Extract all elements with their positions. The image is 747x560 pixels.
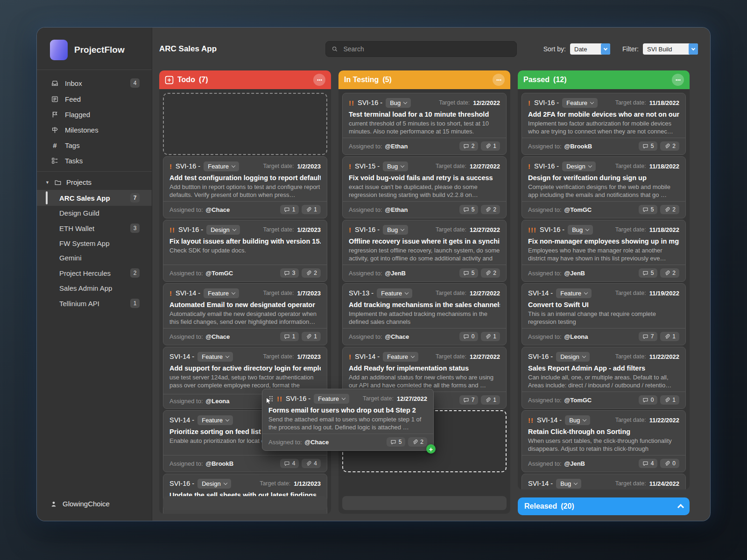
filter-select[interactable]: SVI Build xyxy=(643,43,698,55)
sidebar-project-sales-admin-app[interactable]: Sales Admin App xyxy=(37,281,152,295)
comments-pill[interactable]: 0 xyxy=(639,395,658,405)
task-card[interactable]: SVI-14 -FeatureTarget date:11/19/2022Con… xyxy=(521,283,686,345)
priority-flags: ! xyxy=(169,289,172,297)
attachments-pill[interactable]: 2 xyxy=(481,268,500,278)
task-card[interactable]: SVI-13 -FeatureTarget date:12/27/2022Add… xyxy=(342,283,507,345)
target-date-label: Target date: xyxy=(436,163,466,169)
comments-pill[interactable]: 1 xyxy=(280,205,299,214)
tag-dropdown[interactable]: Bug xyxy=(565,415,590,425)
attachments-pill[interactable]: 2 xyxy=(408,437,427,447)
task-card[interactable]: !SVI-16 -FeatureTarget date:11/18/2022Ad… xyxy=(521,93,686,155)
task-card[interactable]: !SVI-15 -BugTarget date:12/27/2022Fix vo… xyxy=(342,156,507,218)
tag-dropdown[interactable]: Feature xyxy=(377,288,412,298)
attachments-pill[interactable]: 1 xyxy=(302,332,321,341)
tag-dropdown[interactable]: Feature xyxy=(383,352,418,362)
comments-pill[interactable]: 5 xyxy=(639,141,658,151)
tag-dropdown[interactable]: Bug xyxy=(383,161,408,171)
sidebar-project-design-guild[interactable]: Design Guild xyxy=(37,206,152,220)
attachments-pill[interactable]: 0 xyxy=(660,459,679,468)
column-menu-button[interactable] xyxy=(313,74,325,86)
sidebar-item-inbox[interactable]: Inbox4 xyxy=(37,75,152,91)
tag-dropdown[interactable]: Feature xyxy=(314,394,349,404)
attachments-pill[interactable]: 2 xyxy=(660,268,679,278)
tag-dropdown[interactable]: Design xyxy=(556,352,589,362)
sidebar-project-project-hercules[interactable]: Project Hercules2 xyxy=(37,265,152,281)
sidebar-project-tellinium-api[interactable]: Tellinium API1 xyxy=(37,295,152,311)
sidebar-item-label: Tasks xyxy=(65,157,83,165)
sort-select[interactable]: Date xyxy=(570,43,610,55)
column-menu-button[interactable] xyxy=(672,74,684,86)
comments-pill[interactable]: 4 xyxy=(280,459,299,468)
comments-pill[interactable]: 3 xyxy=(280,268,299,278)
comments-pill[interactable]: 2 xyxy=(459,141,479,151)
user-account[interactable]: GlowingChoice xyxy=(37,492,152,521)
tag-dropdown[interactable]: Bug xyxy=(568,225,593,235)
add-card-button[interactable] xyxy=(165,76,174,84)
sidebar-project-eth-wallet[interactable]: ETH Wallet3 xyxy=(37,220,152,236)
comments-pill[interactable]: 5 xyxy=(459,268,479,278)
attachments-pill[interactable]: 1 xyxy=(481,141,500,151)
attachments-pill[interactable]: 1 xyxy=(481,395,500,405)
attachments-pill[interactable]: 2 xyxy=(302,268,321,278)
sidebar-nav: Inbox4FeedFlaggedMilestones#TagsTasks xyxy=(37,70,152,171)
comments-pill[interactable]: 5 xyxy=(639,205,658,214)
column-footer-strip[interactable] xyxy=(342,496,507,510)
search-bar[interactable] xyxy=(325,41,517,57)
sidebar-item-milestones[interactable]: Milestones xyxy=(37,122,152,138)
attachments-pill[interactable]: 4 xyxy=(302,459,321,468)
tag-dropdown[interactable]: Feature xyxy=(204,161,239,171)
tag-dropdown[interactable]: Design xyxy=(206,225,240,235)
sidebar-item-tags[interactable]: #Tags xyxy=(37,138,152,153)
task-card[interactable]: !!SVI-14 -BugTarget date:11/22/2022Retai… xyxy=(521,410,686,472)
tag-dropdown[interactable]: Bug xyxy=(383,225,408,235)
comments-pill[interactable]: 0 xyxy=(459,332,479,341)
attachments-pill[interactable]: 1 xyxy=(481,332,500,341)
task-card[interactable]: SVI-16 -DesignTarget date:11/22/2022Sale… xyxy=(521,347,686,409)
dragged-task-card[interactable]: !!SVI-16 -FeatureTarget date:12/27/2022F… xyxy=(262,389,434,451)
released-section-header[interactable]: Released(20) xyxy=(518,497,690,515)
task-card[interactable]: SVI-14 -BugTarget date:11/24/2022 xyxy=(521,474,686,490)
search-input[interactable] xyxy=(342,45,511,53)
comments-pill[interactable]: 5 xyxy=(639,268,658,278)
sidebar-project-gemini[interactable]: Gemini xyxy=(37,251,152,265)
column-menu-button[interactable] xyxy=(493,74,505,86)
tag-dropdown[interactable]: Design xyxy=(562,161,595,171)
comments-pill[interactable]: 1 xyxy=(280,332,299,341)
sidebar-item-tasks[interactable]: Tasks xyxy=(37,153,152,168)
comments-pill[interactable]: 7 xyxy=(639,332,658,341)
tag-dropdown[interactable]: Feature xyxy=(197,352,233,362)
tag-dropdown[interactable]: Bug xyxy=(556,479,581,489)
tag-dropdown[interactable]: Feature xyxy=(556,288,592,298)
sidebar-project-arc-sales-app[interactable]: ARC Sales App7 xyxy=(37,190,152,206)
attachments-pill[interactable]: 1 xyxy=(660,395,679,405)
attachments-pill[interactable]: 1 xyxy=(660,332,679,341)
attachments-pill[interactable]: 2 xyxy=(660,205,679,214)
tag-dropdown[interactable]: Bug xyxy=(386,98,411,108)
task-card[interactable]: !SVI-14 -FeatureTarget date:1/7/2023Auto… xyxy=(163,283,327,345)
comments-pill[interactable]: 4 xyxy=(639,459,658,468)
projects-section-header[interactable]: ▼ Projects xyxy=(37,172,152,190)
sidebar-item-flagged[interactable]: Flagged xyxy=(37,107,152,122)
task-card[interactable]: !SVI-16 -DesignTarget date:11/18/2022Des… xyxy=(521,156,686,218)
tag-dropdown[interactable]: Design xyxy=(197,479,231,489)
tag-dropdown[interactable]: Feature xyxy=(197,415,233,425)
attachments-pill[interactable]: 2 xyxy=(660,141,679,151)
tag-dropdown[interactable]: Feature xyxy=(562,98,598,108)
comments-pill[interactable]: 5 xyxy=(459,205,479,214)
comments-pill[interactable]: 7 xyxy=(459,395,479,405)
column-header: Todo(7) xyxy=(159,70,331,89)
task-card[interactable]: !SVI-16 -BugTarget date:12/27/2022Offlin… xyxy=(342,220,507,282)
task-card[interactable]: !!SVI-16 -DesignTarget date:1/2/2023Fix … xyxy=(163,220,327,282)
sidebar-item-feed[interactable]: Feed xyxy=(37,91,152,107)
drop-placeholder[interactable] xyxy=(163,93,327,155)
attachments-pill[interactable]: 2 xyxy=(481,205,500,214)
attachments-pill[interactable]: 1 xyxy=(302,205,321,214)
column-footer-strip[interactable] xyxy=(163,496,327,510)
comments-pill[interactable]: 5 xyxy=(387,437,406,447)
sidebar-project-fw-system-app[interactable]: FW System App xyxy=(37,236,152,251)
sidebar: ProjectFlow Inbox4FeedFlaggedMilestones#… xyxy=(37,28,152,521)
task-card[interactable]: !!!SVI-16 -BugTarget date:11/18/2022Fix … xyxy=(521,220,686,282)
task-card[interactable]: !SVI-16 -FeatureTarget date:1/2/2023Add … xyxy=(163,156,327,218)
task-card[interactable]: !!SVI-16 -BugTarget date:12/2/2022Test t… xyxy=(342,93,507,155)
tag-dropdown[interactable]: Feature xyxy=(204,288,239,298)
